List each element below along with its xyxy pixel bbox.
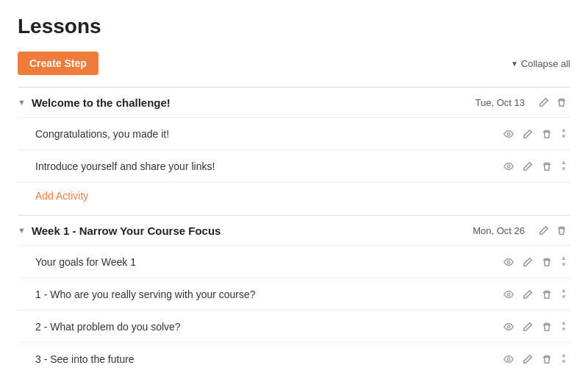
- activity-view-button[interactable]: [500, 287, 517, 302]
- activity-view-button[interactable]: [500, 255, 517, 269]
- svg-point-2: [507, 261, 510, 263]
- section-date: Tue, Oct 13: [476, 97, 525, 108]
- activity-edit-button[interactable]: [519, 352, 537, 367]
- updown-arrows-icon: ▲ ▼: [561, 353, 567, 365]
- activity-title: 1 - Who are you really serving with your…: [35, 289, 500, 300]
- activity-edit-button[interactable]: [519, 159, 537, 174]
- eye-icon: [503, 257, 514, 267]
- activity-row: 2 - What problem do you solve?: [18, 311, 570, 343]
- section-title: Week 1 - Narrow Your Course Focus: [32, 224, 473, 237]
- section-header: ▼ Week 1 - Narrow Your Course Focus Mon,…: [18, 216, 570, 246]
- pencil-icon: [523, 289, 533, 300]
- activity-row: 3 - See into the future: [18, 343, 570, 368]
- section-header: ▼ Welcome to the challenge! Tue, Oct 13: [18, 88, 570, 118]
- updown-arrows-icon: ▲ ▼: [561, 127, 567, 140]
- activity-row: Your goals for Week 1: [18, 246, 570, 278]
- activity-row: Congratulations, you made it!: [18, 118, 570, 150]
- section-delete-button[interactable]: [553, 95, 570, 110]
- updown-arrows-icon: ▲ ▼: [561, 255, 567, 268]
- activity-title: 3 - See into the future: [35, 353, 500, 365]
- eye-icon: [503, 354, 514, 364]
- activity-view-button[interactable]: [500, 127, 517, 141]
- collapse-all-icon: ▼: [511, 60, 518, 68]
- activity-edit-button[interactable]: [519, 255, 537, 269]
- add-activity-link[interactable]: Add Activity: [35, 190, 88, 202]
- activity-actions: ▲ ▼: [500, 350, 570, 367]
- eye-icon: [503, 289, 514, 300]
- activity-edit-button[interactable]: [519, 319, 537, 334]
- activity-delete-button[interactable]: [538, 127, 556, 141]
- trash-icon: [542, 322, 552, 332]
- svg-point-5: [507, 358, 510, 361]
- eye-icon: [503, 161, 514, 171]
- section-toggle-icon[interactable]: ▼: [18, 226, 26, 235]
- activity-actions: ▲ ▼: [500, 158, 570, 174]
- updown-arrows-icon: ▲ ▼: [561, 160, 567, 172]
- page-title: Lessons: [18, 15, 570, 38]
- page: Lessons Create Step ▼ Collapse all ▼ Wel…: [0, 0, 588, 368]
- pencil-icon: [539, 97, 549, 107]
- activity-actions: ▲ ▼: [500, 286, 570, 302]
- activity-title: Introduce yourself and share your links!: [35, 160, 500, 172]
- svg-point-0: [507, 132, 510, 135]
- updown-arrows-icon: ▲ ▼: [561, 288, 567, 300]
- activity-reorder-button[interactable]: ▲ ▼: [557, 158, 570, 174]
- trash-icon: [542, 161, 552, 171]
- activity-delete-button[interactable]: [538, 352, 556, 367]
- updown-arrows-icon: ▲ ▼: [561, 320, 567, 333]
- section-delete-button[interactable]: [553, 223, 570, 238]
- activity-view-button[interactable]: [500, 159, 517, 174]
- trash-icon: [542, 354, 552, 364]
- pencil-icon: [523, 257, 533, 267]
- activity-actions: ▲ ▼: [500, 318, 570, 335]
- pencil-icon: [523, 322, 533, 332]
- activity-reorder-button[interactable]: ▲ ▼: [557, 125, 570, 142]
- activity-delete-button[interactable]: [538, 159, 556, 174]
- section-edit-button[interactable]: [535, 223, 553, 238]
- trash-icon: [556, 97, 567, 107]
- pencil-icon: [523, 161, 533, 171]
- eye-icon: [503, 322, 514, 332]
- toolbar: Create Step ▼ Collapse all: [18, 52, 570, 75]
- activity-view-button[interactable]: [500, 352, 517, 367]
- activity-reorder-button[interactable]: ▲ ▼: [557, 286, 570, 302]
- svg-point-1: [507, 165, 510, 168]
- trash-icon: [542, 129, 552, 139]
- create-step-button[interactable]: Create Step: [18, 52, 98, 75]
- pencil-icon: [523, 129, 533, 139]
- trash-icon: [542, 289, 552, 300]
- activity-reorder-button[interactable]: ▲ ▼: [557, 318, 570, 335]
- pencil-icon: [539, 225, 549, 236]
- activity-reorder-button[interactable]: ▲ ▼: [557, 350, 570, 367]
- activity-delete-button[interactable]: [538, 319, 556, 334]
- add-activity-row: Add Activity: [18, 183, 570, 209]
- section-edit-button[interactable]: [535, 95, 553, 110]
- svg-point-4: [507, 325, 510, 328]
- activity-delete-button[interactable]: [538, 255, 556, 269]
- svg-point-3: [507, 293, 510, 296]
- activity-title: 2 - What problem do you solve?: [35, 321, 500, 333]
- activity-title: Your goals for Week 1: [35, 256, 500, 268]
- activity-actions: ▲ ▼: [500, 253, 570, 270]
- activity-edit-button[interactable]: [519, 127, 537, 141]
- activity-view-button[interactable]: [500, 319, 517, 334]
- trash-icon: [556, 225, 567, 236]
- activity-reorder-button[interactable]: ▲ ▼: [557, 253, 570, 270]
- collapse-all-button[interactable]: ▼ Collapse all: [511, 58, 570, 69]
- section: ▼ Week 1 - Narrow Your Course Focus Mon,…: [18, 215, 570, 368]
- section-title: Welcome to the challenge!: [32, 96, 476, 109]
- trash-icon: [542, 257, 552, 267]
- activity-delete-button[interactable]: [538, 287, 556, 302]
- section: ▼ Welcome to the challenge! Tue, Oct 13: [18, 87, 570, 209]
- pencil-icon: [523, 354, 533, 364]
- activity-actions: ▲ ▼: [500, 125, 570, 142]
- section-date: Mon, Oct 26: [473, 225, 525, 236]
- sections-container: ▼ Welcome to the challenge! Tue, Oct 13: [18, 87, 570, 368]
- activity-row: Introduce yourself and share your links!: [18, 150, 570, 183]
- activity-row: 1 - Who are you really serving with your…: [18, 278, 570, 311]
- activity-edit-button[interactable]: [519, 287, 537, 302]
- activity-title: Congratulations, you made it!: [35, 128, 500, 140]
- section-toggle-icon[interactable]: ▼: [18, 98, 26, 107]
- eye-icon: [503, 129, 514, 139]
